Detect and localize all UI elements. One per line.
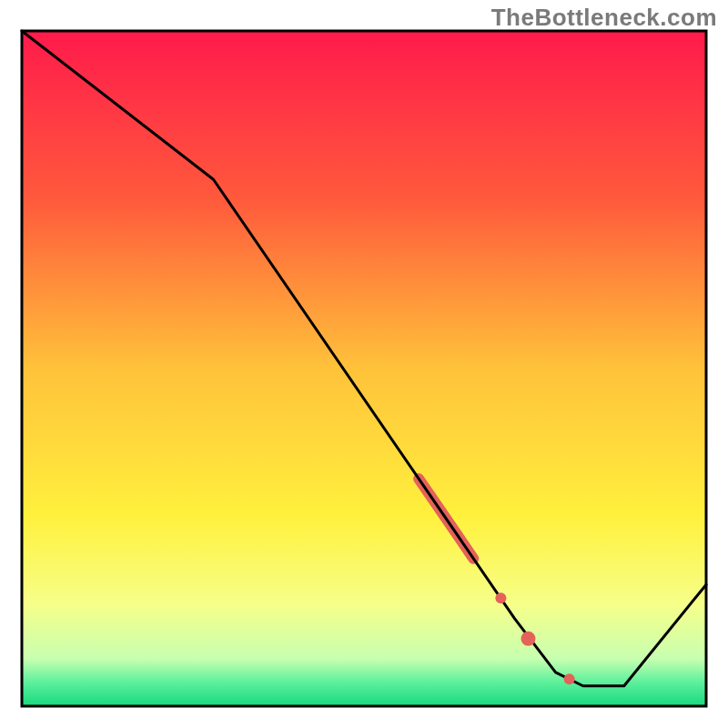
bottleneck-chart (0, 0, 728, 728)
highlight-point (495, 592, 506, 603)
highlight-point (521, 632, 535, 646)
highlight-point (564, 673, 575, 684)
chart-stage: TheBottleneck.com (0, 0, 728, 728)
watermark-text: TheBottleneck.com (491, 4, 717, 32)
plot-background (22, 31, 706, 706)
